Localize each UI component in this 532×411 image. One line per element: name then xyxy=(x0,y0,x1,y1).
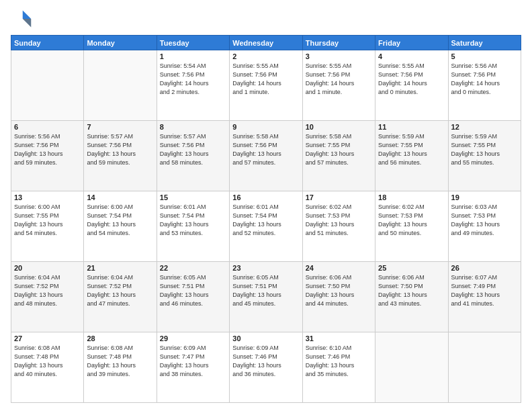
table-row: 16Sunrise: 6:01 AM Sunset: 7:54 PM Dayli… xyxy=(230,191,302,262)
day-number: 29 xyxy=(160,334,226,342)
calendar-table: Sunday Monday Tuesday Wednesday Thursday… xyxy=(11,35,521,403)
day-number: 1 xyxy=(160,52,226,60)
calendar-week-row: 13Sunrise: 6:00 AM Sunset: 7:55 PM Dayli… xyxy=(11,191,521,262)
col-friday: Friday xyxy=(375,36,448,50)
day-number: 6 xyxy=(14,123,81,131)
calendar-week-row: 1Sunrise: 5:54 AM Sunset: 7:56 PM Daylig… xyxy=(11,50,521,121)
day-number: 17 xyxy=(306,193,372,201)
table-row: 1Sunrise: 5:54 AM Sunset: 7:56 PM Daylig… xyxy=(157,50,229,121)
calendar-week-row: 27Sunrise: 6:08 AM Sunset: 7:48 PM Dayli… xyxy=(11,332,521,403)
day-number: 10 xyxy=(306,123,372,131)
day-info: Sunrise: 6:01 AM Sunset: 7:54 PM Dayligh… xyxy=(160,203,226,238)
calendar-header-row: Sunday Monday Tuesday Wednesday Thursday… xyxy=(11,36,521,50)
table-row: 15Sunrise: 6:01 AM Sunset: 7:54 PM Dayli… xyxy=(157,191,229,262)
table-row: 24Sunrise: 6:06 AM Sunset: 7:50 PM Dayli… xyxy=(302,262,375,332)
day-number: 13 xyxy=(14,193,81,201)
calendar-week-row: 6Sunrise: 5:56 AM Sunset: 7:56 PM Daylig… xyxy=(11,121,521,191)
day-number: 3 xyxy=(306,52,372,60)
day-info: Sunrise: 6:01 AM Sunset: 7:54 PM Dayligh… xyxy=(232,203,299,238)
day-number: 24 xyxy=(306,264,372,272)
day-info: Sunrise: 6:03 AM Sunset: 7:53 PM Dayligh… xyxy=(451,203,518,238)
table-row: 26Sunrise: 6:07 AM Sunset: 7:49 PM Dayli… xyxy=(448,262,521,332)
day-number: 4 xyxy=(378,52,445,60)
day-number: 5 xyxy=(451,52,518,60)
day-number: 2 xyxy=(232,52,299,60)
day-info: Sunrise: 5:59 AM Sunset: 7:55 PM Dayligh… xyxy=(451,132,518,167)
table-row: 21Sunrise: 6:04 AM Sunset: 7:52 PM Dayli… xyxy=(84,262,157,332)
day-info: Sunrise: 6:04 AM Sunset: 7:52 PM Dayligh… xyxy=(14,273,81,308)
day-info: Sunrise: 5:58 AM Sunset: 7:55 PM Dayligh… xyxy=(306,132,372,167)
logo-icon xyxy=(11,8,32,30)
day-number: 25 xyxy=(378,264,445,272)
table-row: 8Sunrise: 5:57 AM Sunset: 7:56 PM Daylig… xyxy=(157,121,229,191)
day-number: 8 xyxy=(160,123,226,131)
table-row: 10Sunrise: 5:58 AM Sunset: 7:55 PM Dayli… xyxy=(302,121,375,191)
day-info: Sunrise: 6:07 AM Sunset: 7:49 PM Dayligh… xyxy=(451,273,518,308)
table-row xyxy=(448,332,521,403)
day-number: 16 xyxy=(232,193,299,201)
page: Sunday Monday Tuesday Wednesday Thursday… xyxy=(0,0,532,411)
day-info: Sunrise: 5:55 AM Sunset: 7:56 PM Dayligh… xyxy=(378,62,445,97)
table-row xyxy=(375,332,448,403)
day-number: 18 xyxy=(378,193,445,201)
table-row: 28Sunrise: 6:08 AM Sunset: 7:48 PM Dayli… xyxy=(84,332,157,403)
day-info: Sunrise: 5:59 AM Sunset: 7:55 PM Dayligh… xyxy=(378,132,445,167)
day-info: Sunrise: 6:08 AM Sunset: 7:48 PM Dayligh… xyxy=(14,344,81,379)
table-row: 5Sunrise: 5:56 AM Sunset: 7:56 PM Daylig… xyxy=(448,50,521,121)
day-number: 31 xyxy=(306,334,372,342)
col-wednesday: Wednesday xyxy=(230,36,302,50)
day-info: Sunrise: 6:09 AM Sunset: 7:47 PM Dayligh… xyxy=(160,344,226,379)
day-number: 21 xyxy=(87,264,153,272)
table-row: 2Sunrise: 5:55 AM Sunset: 7:56 PM Daylig… xyxy=(230,50,302,121)
day-info: Sunrise: 6:05 AM Sunset: 7:51 PM Dayligh… xyxy=(232,273,299,308)
calendar-week-row: 20Sunrise: 6:04 AM Sunset: 7:52 PM Dayli… xyxy=(11,262,521,332)
table-row: 14Sunrise: 6:00 AM Sunset: 7:54 PM Dayli… xyxy=(84,191,157,262)
table-row xyxy=(11,50,84,121)
day-info: Sunrise: 5:55 AM Sunset: 7:56 PM Dayligh… xyxy=(232,62,299,97)
svg-marker-1 xyxy=(23,19,31,27)
day-info: Sunrise: 6:08 AM Sunset: 7:48 PM Dayligh… xyxy=(87,344,153,379)
day-info: Sunrise: 6:06 AM Sunset: 7:50 PM Dayligh… xyxy=(306,273,372,308)
day-number: 15 xyxy=(160,193,226,201)
day-info: Sunrise: 5:54 AM Sunset: 7:56 PM Dayligh… xyxy=(160,62,226,97)
day-info: Sunrise: 6:00 AM Sunset: 7:55 PM Dayligh… xyxy=(14,203,81,238)
day-info: Sunrise: 6:04 AM Sunset: 7:52 PM Dayligh… xyxy=(87,273,153,308)
table-row: 31Sunrise: 6:10 AM Sunset: 7:46 PM Dayli… xyxy=(302,332,375,403)
table-row: 19Sunrise: 6:03 AM Sunset: 7:53 PM Dayli… xyxy=(448,191,521,262)
table-row: 25Sunrise: 6:06 AM Sunset: 7:50 PM Dayli… xyxy=(375,262,448,332)
table-row: 4Sunrise: 5:55 AM Sunset: 7:56 PM Daylig… xyxy=(375,50,448,121)
day-number: 11 xyxy=(378,123,445,131)
day-info: Sunrise: 6:09 AM Sunset: 7:46 PM Dayligh… xyxy=(232,344,299,379)
day-info: Sunrise: 5:57 AM Sunset: 7:56 PM Dayligh… xyxy=(87,132,153,167)
table-row xyxy=(84,50,157,121)
day-number: 27 xyxy=(14,334,81,342)
day-number: 26 xyxy=(451,264,518,272)
table-row: 29Sunrise: 6:09 AM Sunset: 7:47 PM Dayli… xyxy=(157,332,229,403)
day-info: Sunrise: 6:06 AM Sunset: 7:50 PM Dayligh… xyxy=(378,273,445,308)
day-number: 19 xyxy=(451,193,518,201)
table-row: 13Sunrise: 6:00 AM Sunset: 7:55 PM Dayli… xyxy=(11,191,84,262)
day-info: Sunrise: 5:57 AM Sunset: 7:56 PM Dayligh… xyxy=(160,132,226,167)
table-row: 17Sunrise: 6:02 AM Sunset: 7:53 PM Dayli… xyxy=(302,191,375,262)
day-info: Sunrise: 6:10 AM Sunset: 7:46 PM Dayligh… xyxy=(306,344,372,379)
day-number: 20 xyxy=(14,264,81,272)
day-info: Sunrise: 6:02 AM Sunset: 7:53 PM Dayligh… xyxy=(306,203,372,238)
table-row: 12Sunrise: 5:59 AM Sunset: 7:55 PM Dayli… xyxy=(448,121,521,191)
day-number: 12 xyxy=(451,123,518,131)
day-info: Sunrise: 5:56 AM Sunset: 7:56 PM Dayligh… xyxy=(451,62,518,97)
day-info: Sunrise: 6:02 AM Sunset: 7:53 PM Dayligh… xyxy=(378,203,445,238)
day-number: 30 xyxy=(232,334,299,342)
day-number: 7 xyxy=(87,123,153,131)
col-thursday: Thursday xyxy=(302,36,375,50)
table-row: 6Sunrise: 5:56 AM Sunset: 7:56 PM Daylig… xyxy=(11,121,84,191)
table-row: 20Sunrise: 6:04 AM Sunset: 7:52 PM Dayli… xyxy=(11,262,84,332)
col-monday: Monday xyxy=(84,36,157,50)
day-info: Sunrise: 5:56 AM Sunset: 7:56 PM Dayligh… xyxy=(14,132,81,167)
day-info: Sunrise: 6:05 AM Sunset: 7:51 PM Dayligh… xyxy=(160,273,226,308)
day-number: 22 xyxy=(160,264,226,272)
day-info: Sunrise: 5:55 AM Sunset: 7:56 PM Dayligh… xyxy=(306,62,372,97)
table-row: 30Sunrise: 6:09 AM Sunset: 7:46 PM Dayli… xyxy=(230,332,302,403)
col-tuesday: Tuesday xyxy=(157,36,229,50)
svg-marker-0 xyxy=(23,11,31,19)
day-number: 23 xyxy=(232,264,299,272)
